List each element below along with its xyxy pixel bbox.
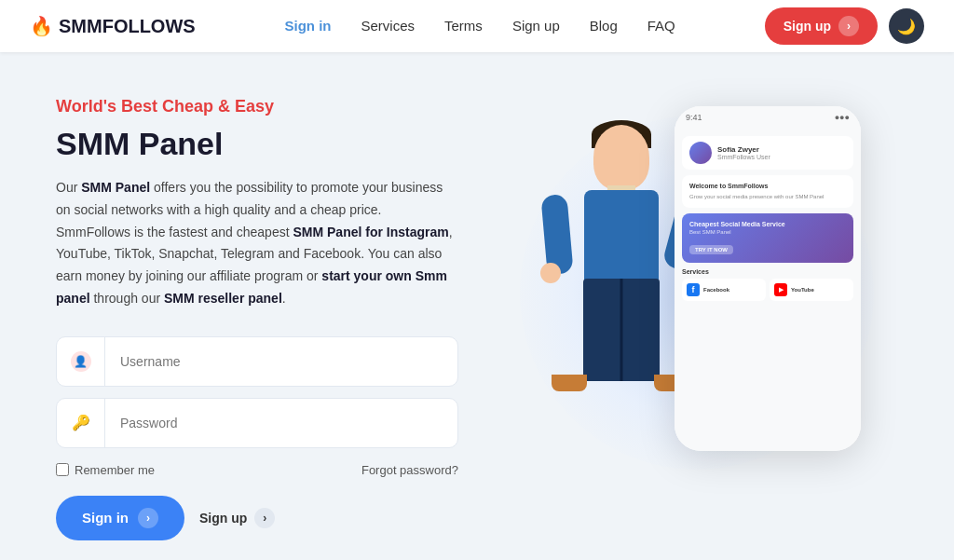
password-icon-box: 🔑 [57, 399, 105, 447]
youtube-icon: ▶ [774, 283, 787, 296]
nav-faq[interactable]: FAQ [647, 18, 675, 34]
password-input[interactable] [105, 403, 457, 444]
phone-avatar [689, 142, 712, 164]
navbar-right: Sign up › 🌙 [765, 7, 924, 45]
phone-content: Sofia Zwyer SmmFollows User Welcome to S… [675, 129, 861, 451]
password-input-wrapper: 🔑 [56, 398, 458, 448]
char-head [593, 125, 649, 190]
phone-username: Sofia Zwyer [717, 145, 846, 154]
form-options: Remember me Forgot password? [56, 463, 458, 477]
service-fb-label: Facebook [703, 287, 729, 293]
phone-service-youtube: ▶ YouTube [770, 279, 853, 301]
username-input[interactable] [105, 341, 457, 382]
right-section: 9:41 ●●● Sofia Zwyer SmmFollows User Wel… [496, 97, 898, 526]
left-section: World's Best Cheap & Easy SMM Panel Our … [56, 97, 458, 540]
nav-services[interactable]: Services [361, 18, 416, 34]
phone-promo-sub: Best SMM Panel [689, 229, 846, 235]
nav-links: Sign in Services Terms Sign up Blog FAQ [285, 18, 675, 34]
moon-icon: 🌙 [897, 18, 916, 35]
brand-name: SMMFOLLOWS [59, 16, 196, 37]
arrow-icon: › [838, 16, 859, 36]
forgot-password-link[interactable]: Forgot password? [361, 463, 458, 477]
phone-services-grid: f Facebook ▶ YouTube [682, 279, 853, 301]
signup-arrow-icon: › [254, 508, 275, 528]
hero-title: SMM Panel [56, 126, 458, 162]
main-content: World's Best Cheap & Easy SMM Panel Our … [0, 52, 954, 555]
phone-signal: ●●● [835, 113, 850, 122]
navbar: 🔥 SMMFOLLOWS Sign in Services Terms Sign… [0, 0, 954, 52]
remember-me-label[interactable]: Remember me [56, 463, 155, 477]
nav-blog[interactable]: Blog [590, 18, 618, 34]
phone-user-subtitle: SmmFollows User [717, 154, 846, 160]
hero-description: Our SMM Panel offers you the possibility… [56, 177, 458, 310]
signin-button[interactable]: Sign in › [56, 496, 184, 540]
remember-me-checkbox[interactable] [56, 463, 69, 476]
service-yt-label: YouTube [791, 287, 814, 293]
form-actions: Sign in › Sign up › [56, 496, 458, 540]
key-icon: 🔑 [71, 413, 91, 433]
phone-promo-card: Cheapest Social Media Service Best SMM P… [682, 213, 853, 263]
char-torso [584, 190, 659, 283]
nav-signin[interactable]: Sign in [285, 18, 332, 34]
char-hand-left [540, 263, 561, 283]
hero-tagline: World's Best Cheap & Easy [56, 97, 458, 116]
facebook-icon: f [687, 283, 700, 296]
phone-user-info: Sofia Zwyer SmmFollows User [717, 145, 846, 160]
signup-form-button[interactable]: Sign up › [199, 508, 275, 528]
username-input-wrapper: 👤 [56, 336, 458, 387]
phone-promo-title: Cheapest Social Media Service [689, 221, 846, 227]
char-shoe-left [552, 375, 587, 391]
phone-mockup: 9:41 ●●● Sofia Zwyer SmmFollows User Wel… [675, 106, 861, 451]
flame-icon: 🔥 [30, 15, 53, 37]
navbar-signup-button[interactable]: Sign up › [765, 7, 878, 45]
phone-time: 9:41 [686, 113, 702, 122]
brand-logo[interactable]: 🔥 SMMFOLLOWS [30, 15, 196, 37]
signin-arrow-icon: › [138, 508, 158, 528]
phone-status-bar: 9:41 ●●● [675, 106, 861, 129]
phone-user-header: Sofia Zwyer SmmFollows User [682, 136, 853, 170]
phone-services-label: Services [682, 268, 853, 275]
dark-mode-toggle[interactable]: 🌙 [889, 8, 924, 44]
user-icon: 👤 [71, 351, 91, 372]
login-form: 👤 🔑 Remember me Forgot password? [56, 336, 458, 540]
nav-terms[interactable]: Terms [444, 18, 483, 34]
phone-welcome-text: Welcome to SmmFollows [689, 183, 846, 189]
phone-service-facebook: f Facebook [682, 279, 766, 301]
nav-signup[interactable]: Sign up [512, 18, 560, 34]
username-icon-box: 👤 [57, 337, 105, 386]
phone-welcome-sub: Grow your social media presence with our… [689, 193, 846, 200]
phone-cta: TRY IT NOW [689, 245, 733, 254]
phone-welcome-card: Welcome to SmmFollows Grow your social m… [682, 175, 853, 208]
char-pants-divider [620, 279, 623, 381]
